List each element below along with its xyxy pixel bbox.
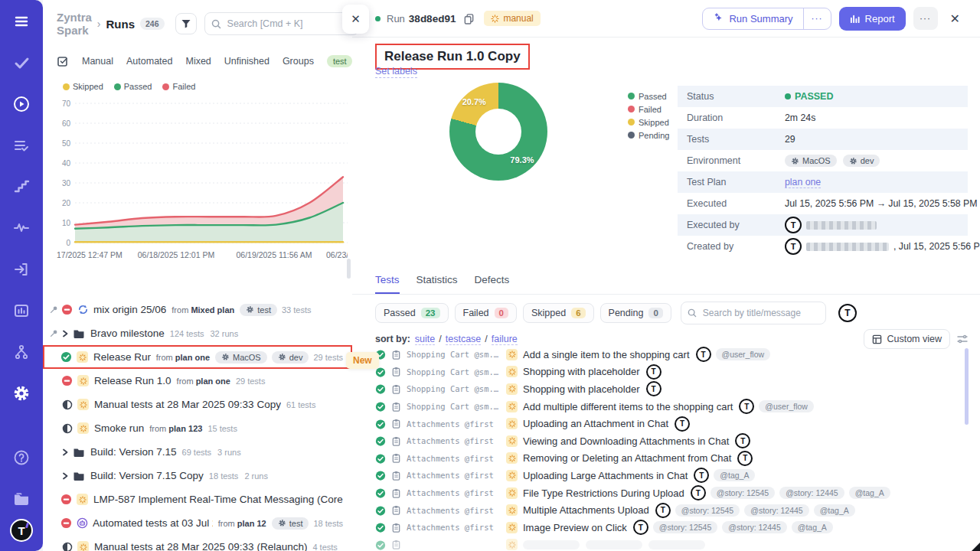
run-summary-more-button[interactable]: ··· [804,8,831,29]
docs-folder-icon[interactable] [12,490,31,508]
run-list-item[interactable]: Bravo milestone124 tests32 runs [43,321,352,345]
filter-pending-button[interactable]: Pending0 [600,303,671,323]
resize-handle[interactable] [972,543,980,551]
test-list-item[interactable]: Attachments @firstUploading an Attachmen… [375,415,972,432]
detail-row-created-by: Created by T, Jul 15, 2025 5:56 PM [678,236,968,257]
test-list-item[interactable]: Attachments @firstUploading Large Attach… [375,467,972,484]
donut-legend-dot [628,93,635,99]
more-actions-button[interactable]: ··· [913,7,938,30]
assignee-filter-avatar[interactable]: T [838,304,857,322]
test-plan-link[interactable]: plan one [785,177,821,188]
tab-manual[interactable]: Manual [82,56,113,67]
runs-panel-scrollbar[interactable] [347,259,351,279]
tab-unfinished[interactable]: Unfinished [224,56,270,67]
run-list-item[interactable]: LMP-587 Implement Real-Time Chat Messagi… [43,487,352,511]
runs-search-input[interactable] [226,18,352,30]
help-icon[interactable] [12,448,31,467]
test-list-item[interactable]: Shopping Cart @sm...Shopping with placeh… [375,364,972,381]
sort-by-testcase[interactable]: testcase [446,334,482,345]
run-title: Smoke run [94,422,144,434]
sort-by-failure[interactable]: failure [492,334,518,345]
tab-tests[interactable]: Tests [375,274,400,294]
filter-button[interactable] [175,13,197,34]
chevron-right-icon[interactable] [61,330,70,337]
test-list-item[interactable]: Attachments @firstViewing and Downloadin… [375,432,972,450]
gear-icon[interactable] [12,384,31,403]
test-list-item[interactable]: Shopping Cart @sm...Add multiple differe… [375,398,972,416]
status-passed-icon [375,505,386,516]
column-settings-icon[interactable] [957,334,968,344]
tests-search-input[interactable] [701,307,819,319]
env-badge: test [240,304,277,316]
chevron-right-icon[interactable] [61,448,70,456]
chevron-right-icon[interactable] [61,472,70,480]
status-failed-icon [61,375,73,386]
filter-failed-button[interactable]: Failed0 [455,303,517,323]
run-list-item[interactable]: Automated tests at 03 Jul 2025 13:25from… [43,511,352,535]
run-from-plan: from plan 12 [218,519,266,528]
run-list-item[interactable]: mix origin 25/06from Mixed plan test33 t… [43,298,352,321]
svg-text:06/19/2025 11:56 AM: 06/19/2025 11:56 AM [236,250,312,259]
menu-icon[interactable] [12,12,31,31]
filter-count-badge: 0 [495,308,508,318]
copy-icon[interactable] [463,13,475,24]
tests-search[interactable] [681,302,826,324]
tab-groups[interactable]: Groups [283,56,314,67]
legend-dot [63,83,70,90]
filter-skipped-button[interactable]: Skipped6 [523,303,594,323]
status-passed-icon [375,419,386,429]
sort-by-suite[interactable]: suite [415,334,435,345]
signin-icon[interactable] [12,260,31,279]
user-avatar: T [655,503,671,518]
pulse-icon[interactable] [12,219,31,237]
play-circle-icon[interactable] [12,95,31,113]
test-list-item[interactable]: Attachments @firstFile Type Restrictions… [375,484,972,502]
tab-automated[interactable]: Automated [126,56,172,67]
test-list-item[interactable]: Shopping Cart @sm...Shopping with placeh… [375,380,972,398]
check-icon[interactable] [12,54,31,72]
run-summary-button[interactable]: Run Summary [703,8,802,29]
panel-close-button[interactable]: ✕ [342,5,369,34]
runs-search[interactable] [204,12,359,35]
report-button[interactable]: Report [839,7,906,31]
close-icon[interactable]: ✕ [946,8,965,29]
run-title: Release Run 1.0 Copy [93,351,151,363]
branch-icon[interactable] [12,343,31,361]
manual-test-icon [506,452,518,464]
run-tests-count: 18 tests [209,471,239,481]
run-list-item[interactable]: Smoke runfrom plan 12315 tests [43,416,352,440]
breadcrumb-project[interactable]: Zyntra Spark [57,11,92,37]
env-tag-chip[interactable]: test [327,55,352,67]
app-logo[interactable]: T [10,519,33,542]
run-list-item[interactable]: Release Run 1.0from plan one29 tests [43,369,352,393]
set-labels-link[interactable]: Set labels [375,66,417,78]
run-list-item[interactable]: Release Run 1.0 Copyfrom plan one MacOS … [43,345,352,369]
run-list-item[interactable]: Build: Version 7.15 Copy18 tests2 runs [43,464,352,487]
report-bars-icon[interactable] [12,302,31,320]
run-runs-count: 3 runs [217,448,241,457]
tab-mixed[interactable]: Mixed [185,56,211,67]
tab-statistics[interactable]: Statistics [416,274,458,294]
tab-defects[interactable]: Defects [475,274,510,294]
test-tag: @user_flow [716,348,771,360]
select-runs-icon[interactable] [57,55,69,67]
steps-icon[interactable] [12,178,31,196]
filter-passed-button[interactable]: Passed23 [375,303,449,323]
test-list-item[interactable]: Attachments @firstImage Preview on Click… [375,519,972,536]
run-from-plan: from plan 123 [149,424,202,433]
run-list-item[interactable]: Manual tests at 28 Mar 2025 09:33 Copy61… [43,393,352,416]
burst-icon [491,15,499,23]
test-list-item[interactable]: Attachments @firstMultiple Attachments U… [375,501,972,519]
run-list-item[interactable]: Manual tests at 28 Mar 2025 09:33 (Relau… [43,535,352,551]
test-list-item[interactable]: Attachments @firstRemoving or Deleting a… [375,450,972,468]
checklist-icon[interactable] [12,136,31,155]
env-badge: MacOS [215,351,267,364]
detail-row-status: Status PASSED [678,86,968,107]
run-list-item[interactable]: Build: Version 7.1569 tests3 runs [43,440,352,464]
tests-scrollbar[interactable] [965,348,969,425]
folder-icon [73,328,85,340]
test-list-item[interactable] [375,536,972,551]
testcase-icon [391,505,401,515]
test-list-item[interactable]: Shopping Cart @sm...Add a single item to… [375,346,972,364]
trend-chart-canvas: 01020304050607017/2025 12:47 PM06/18/202… [55,96,348,266]
